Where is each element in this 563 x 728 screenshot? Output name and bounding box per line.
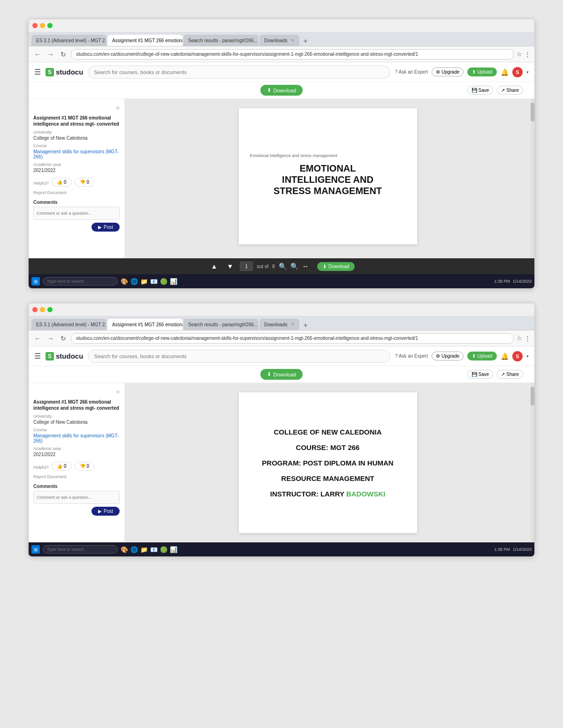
fit-width-button[interactable]: ↔ — [302, 263, 309, 270]
maximize-button-2[interactable] — [47, 307, 53, 312]
reload-button-2[interactable]: ↻ — [59, 334, 68, 343]
taskbar-search-input[interactable] — [43, 277, 118, 285]
page-number-input[interactable] — [240, 262, 253, 271]
tab-2-4[interactable]: Downloads ✕ — [259, 319, 299, 330]
post-button[interactable]: ▶ Post — [91, 223, 120, 232]
scrollbar-2[interactable] — [531, 383, 534, 542]
page-down-button[interactable]: ▼ — [224, 262, 236, 271]
tab-4-close[interactable]: ✕ — [291, 38, 295, 43]
thumbs-down-button[interactable]: 👎 0 — [75, 178, 95, 187]
taskbar-search-input-2[interactable] — [43, 545, 118, 554]
upload-button[interactable]: ⬆ Upload — [467, 68, 497, 76]
thumbs-up-icon: 👍 — [57, 180, 62, 185]
back-button-2[interactable]: ← — [32, 334, 43, 343]
tab-3[interactable]: Search results - paras/mgt#266... ✕ — [183, 35, 259, 46]
taskbar-icon-6[interactable]: 📊 — [170, 278, 177, 285]
hamburger-menu-2[interactable]: ☰ — [34, 352, 41, 360]
new-tab-button-2[interactable]: + — [300, 322, 310, 329]
taskbar-icon-2-1[interactable]: 🎨 — [121, 546, 128, 553]
taskbar-icon-1[interactable]: 🎨 — [121, 278, 128, 285]
scrollbar-thumb-2[interactable] — [531, 387, 534, 405]
search-input[interactable] — [88, 66, 390, 79]
tab-1[interactable]: ES 3.1 (Advanced level) - MGT 2... ✕ — [31, 35, 107, 46]
taskbar-icon-2-5[interactable]: 🟢 — [160, 546, 167, 553]
report-link-2[interactable]: Report Document — [33, 474, 120, 479]
new-tab-button[interactable]: + — [300, 38, 310, 45]
close-button-2[interactable] — [32, 307, 38, 312]
taskbar-icon-2-3[interactable]: 📁 — [140, 546, 148, 553]
avatar-chevron[interactable]: ▾ — [526, 70, 529, 75]
comment-input-2[interactable] — [33, 491, 120, 504]
thumbs-down-button-2[interactable]: 👎 0 — [75, 462, 95, 471]
avatar[interactable]: S — [512, 67, 523, 77]
search-input-2[interactable] — [88, 350, 390, 363]
start-button[interactable]: ⊞ — [31, 277, 40, 285]
ask-expert-link-2[interactable]: ? Ask an Expert — [395, 353, 428, 359]
scrollbar-1[interactable] — [531, 99, 534, 258]
reload-button[interactable]: ↻ — [59, 50, 68, 59]
main-download-button[interactable]: ⬇ Download — [260, 85, 303, 96]
collapse-button-2[interactable]: « — [33, 388, 120, 395]
taskbar-icon-2-4[interactable]: 📧 — [150, 546, 158, 553]
maximize-button[interactable] — [47, 23, 53, 28]
upload-button-2[interactable]: ⬆ Upload — [467, 352, 497, 360]
tab-2-4-close[interactable]: ✕ — [291, 322, 295, 327]
tab-2[interactable]: Assignment #1 MGT 266 emotiona... ✕ — [107, 35, 183, 46]
settings-icon-2[interactable]: ⋮ — [525, 335, 531, 342]
taskbar-icon-2-6[interactable]: 📊 — [170, 546, 177, 553]
save-button-2[interactable]: 💾 Save — [467, 370, 494, 379]
bell-icon-2[interactable]: 🔔 — [501, 353, 509, 360]
upgrade-button[interactable]: ⚙ Upgrade — [432, 68, 464, 76]
report-link[interactable]: Report Document — [33, 190, 120, 195]
bell-icon[interactable]: 🔔 — [501, 68, 509, 76]
forward-button-2[interactable]: → — [46, 334, 56, 343]
taskbar-icon-2-2[interactable]: 🌐 — [130, 546, 138, 553]
taskbar-icon-3[interactable]: 📁 — [140, 278, 148, 285]
main-download-button-2[interactable]: ⬇ Download — [260, 369, 303, 380]
tab-4[interactable]: Downloads ✕ — [259, 35, 299, 46]
address-input-2[interactable] — [71, 333, 514, 344]
share-button[interactable]: ↗ Share — [497, 86, 523, 95]
tab-2-2[interactable]: Assignment #1 MGT 266 emotiona... ✕ — [107, 319, 183, 330]
start-button-2[interactable]: ⊞ — [31, 545, 40, 554]
forward-button[interactable]: → — [46, 50, 56, 59]
course-link-2[interactable]: Management skills for supervisors (MGT-2… — [33, 433, 120, 443]
save-button[interactable]: 💾 Save — [467, 86, 494, 95]
zoom-out-button[interactable]: 🔍 — [279, 263, 287, 270]
share-button-2[interactable]: ↗ Share — [497, 370, 523, 379]
tab-2-3[interactable]: Search results - paras/mgt#266... ✕ — [183, 319, 259, 330]
minimize-button-2[interactable] — [40, 307, 45, 312]
taskbar-icon-2[interactable]: 🌐 — [130, 278, 138, 285]
upgrade-button-2[interactable]: ⚙ Upgrade — [432, 352, 464, 360]
taskbar-icon-4[interactable]: 📧 — [150, 278, 158, 285]
comment-input[interactable] — [33, 207, 120, 220]
title-bar-2 — [29, 303, 534, 316]
collapse-button[interactable]: « — [33, 104, 120, 111]
doc-title-line1: EMOTIONAL — [300, 163, 356, 173]
browser-window-2: ES 3.1 (Advanced level) - MGT 2... ✕ Ass… — [28, 303, 535, 557]
back-button[interactable]: ← — [32, 50, 43, 59]
hamburger-menu[interactable]: ☰ — [34, 68, 41, 76]
close-button[interactable] — [32, 23, 38, 28]
address-input[interactable] — [71, 49, 514, 60]
taskbar-right-2: 1:36 PM 1/14/2023 — [494, 547, 532, 552]
thumbs-up-button[interactable]: 👍 0 — [52, 178, 72, 187]
page-nav-download-button[interactable]: ⬇ Download — [317, 262, 355, 271]
taskbar-time-2: 1:36 PM — [494, 547, 510, 552]
scrollbar-thumb-1[interactable] — [531, 103, 534, 121]
settings-icon[interactable]: ⋮ — [525, 51, 531, 58]
thumbs-up-button-2[interactable]: 👍 0 — [52, 462, 72, 471]
bookmark-icon-2[interactable]: ☆ — [517, 335, 522, 342]
taskbar-icon-5[interactable]: 🟢 — [160, 278, 167, 285]
ask-expert-link[interactable]: ? Ask an Expert — [395, 69, 428, 75]
avatar-chevron-2[interactable]: ▾ — [526, 354, 529, 359]
minimize-button[interactable] — [40, 23, 45, 28]
page-up-button[interactable]: ▲ — [208, 262, 221, 271]
course-link[interactable]: Management skills for supervisors (MGT-2… — [33, 149, 120, 159]
tab-2-1-label: ES 3.1 (Advanced level) - MGT 2... — [36, 322, 107, 327]
avatar-2[interactable]: S — [512, 351, 523, 361]
tab-2-1[interactable]: ES 3.1 (Advanced level) - MGT 2... ✕ — [31, 319, 107, 330]
zoom-in-button[interactable]: 🔍 — [290, 263, 298, 270]
post-button-2[interactable]: ▶ Post — [91, 507, 120, 516]
bookmark-icon[interactable]: ☆ — [517, 51, 522, 58]
